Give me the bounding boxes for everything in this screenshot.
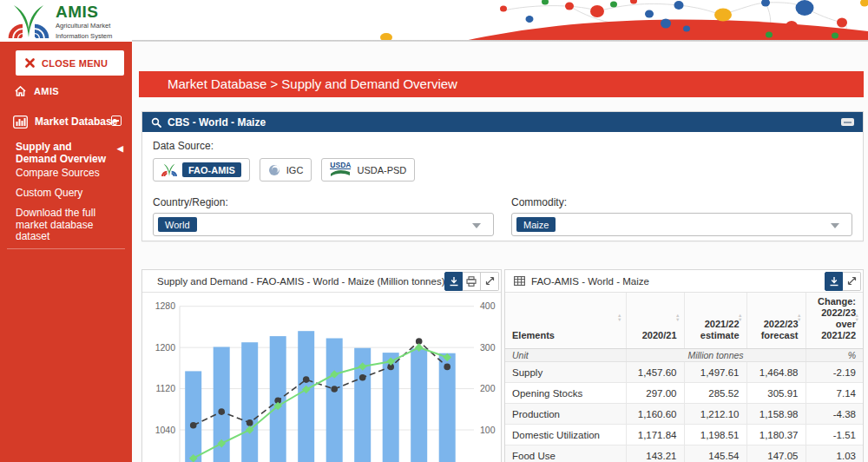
chart-expand-button[interactable] — [481, 272, 499, 291]
chart-panel-header: Supply and Demand - FAO-AMIS - World - M… — [142, 270, 501, 293]
sidebar-item-market-database[interactable]: Market Database — [0, 111, 132, 132]
sidebar-item-label: Download the full market database datase… — [16, 208, 120, 243]
sidebar-item-custom-query[interactable]: Custom Query — [0, 188, 132, 200]
value-cell: 1.03 — [806, 446, 863, 462]
expand-icon — [485, 276, 495, 286]
column-header[interactable]: ▲▼Elements — [505, 293, 626, 349]
dropdown-arrow-icon — [831, 223, 839, 228]
sort-icon[interactable]: ▲▼ — [675, 314, 680, 321]
svg-text:1200: 1200 — [155, 342, 176, 353]
column-header[interactable]: ▲▼Change: 2022/23 over 2021/22 — [806, 293, 863, 349]
svg-text:1280: 1280 — [155, 300, 176, 311]
svg-text:400: 400 — [480, 300, 496, 311]
sidebar-item-supply-demand-overview[interactable]: Supply and Demand Overview ◀ — [0, 141, 132, 165]
usda-logo-icon: USDA — [330, 162, 351, 177]
column-header[interactable]: ▲▼2020/21 — [626, 293, 684, 349]
selected-commodity-badge: Maize — [516, 217, 556, 232]
source-button-fao-amis[interactable]: FAO-AMIS — [153, 158, 250, 182]
value-cell: 1,171.84 — [626, 425, 684, 446]
sidebar-item-label: Custom Query — [16, 188, 120, 200]
amis-logo-icon — [7, 2, 50, 40]
selected-country-badge: World — [158, 217, 197, 232]
download-icon — [449, 276, 459, 287]
chart-panel-title: Supply and Demand - FAO-AMIS - World - M… — [157, 276, 444, 287]
sidebar-item-amis[interactable]: AMIS — [0, 82, 132, 101]
sort-icon[interactable]: ▲▼ — [617, 314, 621, 321]
table-row: Supply1,457.601,497.611,464.88-2.19 — [505, 362, 863, 383]
sort-icon[interactable]: ▲▼ — [738, 314, 742, 321]
top-header: AMIS Agricultural Market Information Sys… — [0, 0, 868, 42]
table-row: Opening Stocks297.00285.52305.917.14 — [505, 383, 863, 404]
download-icon — [829, 276, 839, 287]
sidebar-item-label: Compare Sources — [16, 168, 120, 180]
value-cell: -1.51 — [806, 425, 863, 446]
column-header[interactable]: ▲▼2022/23 forecast — [746, 293, 806, 349]
close-menu-button[interactable]: CLOSE MENU — [16, 50, 124, 76]
close-icon — [25, 58, 35, 68]
value-cell: 297.00 — [626, 383, 684, 404]
table-row: Domestic Utilization1,171.841,198.511,18… — [505, 425, 863, 446]
sd-table-panel: FAO-AMIS - World - Maize ▲▼Elements▲▼202… — [504, 269, 864, 462]
svg-text:1040: 1040 — [155, 425, 176, 435]
cbs-panel-title: CBS - World - Maize — [168, 116, 266, 129]
amis-logo[interactable]: AMIS Agricultural Market Information Sys… — [7, 2, 112, 40]
cbs-filter-panel: CBS - World - Maize Data Source: FAO-AMI… — [141, 111, 864, 241]
active-item-arrow-icon: ◀ — [117, 142, 123, 155]
country-region-select[interactable]: World — [153, 213, 494, 236]
bar-chart-icon — [13, 116, 28, 129]
value-cell: 1,212.10 — [684, 404, 746, 425]
amis-mini-logo-icon — [161, 162, 177, 177]
source-label: IGC — [286, 165, 304, 175]
element-cell: Supply — [505, 362, 626, 383]
brand-name: AMIS — [56, 3, 112, 20]
value-cell: 143.21 — [626, 446, 684, 462]
collapse-panel-button[interactable] — [841, 118, 854, 126]
table-expand-button[interactable] — [843, 272, 861, 291]
value-cell: 1,464.88 — [746, 362, 806, 383]
supply-demand-table: ▲▼Elements▲▼2020/21▲▼2021/22 estimate▲▼2… — [505, 293, 863, 462]
table-panel-title: FAO-AMIS - World - Maize — [531, 276, 649, 287]
table-grid-icon — [514, 276, 525, 286]
commodity-label: Commodity: — [511, 196, 852, 208]
source-button-usda-psd[interactable]: USDA USDA-PSD — [321, 158, 415, 182]
expand-icon — [847, 276, 857, 286]
element-cell: Food Use — [505, 446, 626, 462]
chart-download-button[interactable] — [444, 272, 463, 291]
table-row: Production1,160.601,212.101,158.98-4.38 — [505, 404, 863, 425]
source-button-igc[interactable]: IGC — [260, 158, 312, 182]
amis-app: AMIS Agricultural Market Information Sys… — [0, 0, 868, 462]
chart-print-button[interactable] — [463, 272, 481, 291]
commodity-select[interactable]: Maize — [511, 213, 852, 236]
svg-text:100: 100 — [480, 425, 496, 435]
table-download-button[interactable] — [825, 272, 843, 291]
sidebar-item-label: AMIS — [34, 86, 59, 96]
brand-tagline-1: Agricultural Market — [56, 23, 112, 30]
collapse-section-icon[interactable] — [111, 116, 122, 126]
value-cell: 305.91 — [746, 383, 806, 404]
value-cell: -2.19 — [806, 362, 863, 383]
supply-demand-chart-panel: Supply and Demand - FAO-AMIS - World - M… — [141, 269, 502, 462]
value-cell: 147.05 — [746, 446, 806, 462]
sort-icon[interactable]: ▲▼ — [855, 314, 859, 321]
value-cell: 1,158.98 — [746, 404, 806, 425]
unit-tonnes: Million tonnes — [626, 349, 806, 362]
source-label: USDA-PSD — [357, 165, 406, 175]
unit-label: Unit — [505, 349, 626, 362]
sidebar-item-label: Supply and Demand Overview — [16, 141, 111, 165]
print-icon — [466, 276, 477, 287]
sort-icon[interactable]: ▲▼ — [797, 314, 801, 321]
sidebar-item-download-dataset[interactable]: Download the full market database datase… — [0, 208, 132, 243]
search-icon — [151, 117, 161, 128]
breadcrumb: Market Database > Supply and Demand Over… — [139, 71, 864, 97]
value-cell: -4.38 — [806, 404, 863, 425]
unit-pct: % — [806, 349, 863, 362]
value-cell: 1,497.61 — [684, 362, 746, 383]
column-header[interactable]: ▲▼2021/22 estimate — [684, 293, 746, 349]
value-cell: 1,198.51 — [684, 425, 746, 446]
table-panel-header: FAO-AMIS - World - Maize — [505, 270, 863, 293]
close-menu-label: CLOSE MENU — [42, 58, 108, 69]
supply-demand-chart: 1040112012001280100200300400 — [142, 293, 501, 462]
source-label-selected: FAO-AMIS — [182, 162, 241, 177]
sidebar-item-compare-sources[interactable]: Compare Sources — [0, 168, 132, 180]
svg-text:200: 200 — [480, 383, 496, 393]
